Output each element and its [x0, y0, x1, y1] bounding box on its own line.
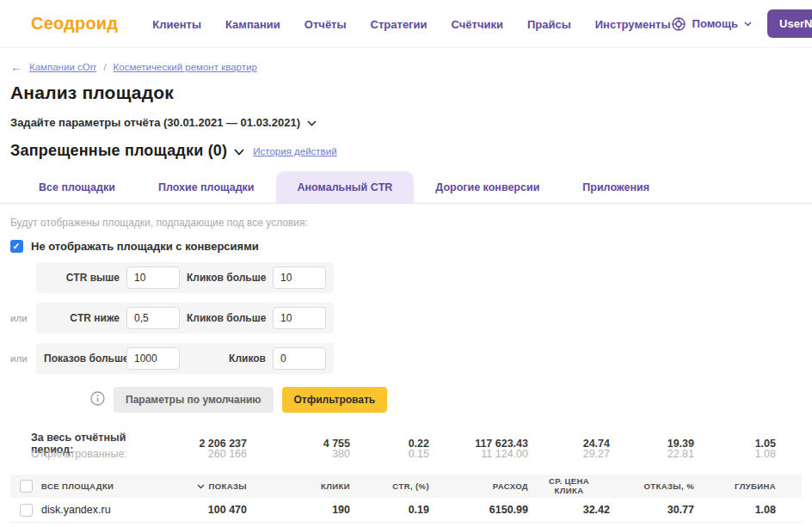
or-label: или: [10, 313, 36, 323]
nav-item-reports[interactable]: Отчёты: [304, 18, 347, 31]
impressions-above-label: Показов больше: [44, 352, 120, 365]
cell-bounces: 30.77: [610, 504, 694, 516]
breadcrumb: ← Кампании сОrr / Косметический ремонт к…: [10, 60, 802, 74]
lifebuoy-icon: [671, 16, 686, 32]
clicks-above-label: Кликов больше: [187, 272, 266, 284]
nav-item-clients[interactable]: Клиенты: [152, 18, 201, 31]
user-menu-button[interactable]: UserName: [767, 9, 812, 38]
nav-item-prices[interactable]: Прайсы: [527, 18, 571, 31]
top-navigation: Сеодроид Клиенты Кампании Отчёты Стратег…: [0, 0, 812, 48]
banned-sites-label: Запрещенные площадки (0): [10, 142, 227, 160]
or-label: или: [10, 353, 36, 364]
col-impressions-sort[interactable]: ПОКАЗЫ: [152, 481, 247, 491]
filter-button[interactable]: Отфильтровать: [282, 387, 388, 413]
clicks-label: Кликов: [187, 352, 266, 365]
ctr-above-input[interactable]: [126, 267, 180, 289]
filtered-ctr: 0.15: [350, 448, 429, 460]
hide-conversions-label: Не отображать площадки с конверсиями: [31, 240, 259, 253]
table-header: ВСЕ ПЛОЩАДКИ ПОКАЗЫ КЛИКИ CTR, (%) РАСХО…: [10, 475, 802, 498]
cell-impressions: 100 470: [152, 504, 247, 516]
sort-chevron-icon: [197, 484, 205, 489]
platform-domain[interactable]: disk.yandex.ru: [41, 504, 152, 516]
col-avg-cpc: СР. ЦЕНА КЛИКА: [528, 477, 610, 496]
tab-all-platforms[interactable]: Все площадки: [17, 171, 137, 203]
cell-depth: 1.08: [694, 504, 776, 516]
nav-item-tools[interactable]: Инструменты: [595, 18, 671, 31]
select-all-checkbox[interactable]: [20, 480, 33, 493]
filtered-impressions: 260 166: [152, 448, 247, 460]
ctr-below-label: CTR ниже: [44, 312, 120, 324]
filtered-cost: 11 124.00: [429, 448, 528, 460]
clicks-input[interactable]: [273, 347, 326, 370]
ctr-above-label: CTR выше: [44, 272, 120, 284]
cell-avg-cpc: 32.42: [528, 504, 610, 516]
filter-row-ctr-above: CTR выше Кликов больше: [36, 262, 334, 293]
clicks-above-input[interactable]: [273, 267, 326, 289]
filtered-depth: 1.08: [694, 448, 776, 460]
help-menu[interactable]: Помощь: [671, 16, 752, 32]
col-ctr: CTR, (%): [350, 481, 429, 491]
page-title: Анализ площадок: [10, 83, 802, 103]
app-logo[interactable]: Сеодроид: [31, 14, 118, 34]
filtered-clicks: 380: [247, 448, 350, 460]
row-checkbox[interactable]: [20, 504, 33, 517]
back-arrow-icon[interactable]: ←: [10, 60, 22, 74]
col-depth: ГЛУБИНА: [694, 481, 776, 491]
tab-applications[interactable]: Приложения: [561, 171, 671, 203]
ctr-below-input[interactable]: [126, 307, 180, 329]
breadcrumb-separator: /: [103, 62, 106, 72]
nav-item-campaigns[interactable]: Кампании: [225, 18, 280, 31]
clicks-above-input2[interactable]: [273, 307, 326, 329]
chevron-down-icon: [307, 116, 317, 129]
col-clicks: КЛИКИ: [247, 481, 350, 491]
table-row: my.mail.ru 68 662 22 0.03 403.53 18.34 8…: [10, 523, 802, 527]
filtered-bounces: 22.81: [610, 448, 694, 460]
nav-item-counters[interactable]: Счётчики: [452, 18, 503, 31]
hide-conversions-checkbox[interactable]: [10, 240, 23, 253]
breadcrumb-report-link[interactable]: Косметический ремонт квартир: [114, 62, 257, 72]
chevron-down-icon: [234, 142, 244, 160]
default-params-button[interactable]: Параметры по умолчанию: [114, 387, 274, 413]
info-icon[interactable]: [90, 391, 105, 409]
impressions-above-input[interactable]: [126, 347, 180, 370]
col-all-platforms: ВСЕ ПЛОЩАДКИ: [41, 481, 152, 491]
clicks-above-label: Кликов больше: [187, 312, 266, 324]
report-params-toggle[interactable]: Задайте параметры отчёта (30.01.2021 — 0…: [10, 116, 802, 129]
tab-anomalous-ctr[interactable]: Аномальный CTR: [276, 171, 415, 203]
cell-clicks: 190: [247, 504, 350, 516]
main-menu: Клиенты Кампании Отчёты Стратегии Счётчи…: [152, 16, 670, 32]
filter-row-impressions: Показов больше Кликов: [36, 343, 334, 374]
filtered-avg-cpc: 29.27: [528, 448, 610, 460]
nav-item-strategies[interactable]: Стратегии: [371, 18, 428, 31]
banned-sites-toggle[interactable]: Запрещенные площадки (0): [10, 142, 244, 160]
filter-row-ctr-below: CTR ниже Кликов больше: [36, 303, 334, 334]
cell-ctr: 0.19: [350, 504, 429, 516]
summary-filtered-label: Отфильтрованные:: [10, 448, 152, 460]
username-label: UserName: [779, 17, 812, 30]
col-cost: РАСХОД: [429, 481, 528, 491]
table-row: disk.yandex.ru 100 470 190 0.19 6150.99 …: [10, 498, 802, 523]
cell-cost: 6150.99: [429, 504, 528, 516]
tab-bad-platforms[interactable]: Плохие площадки: [137, 171, 276, 203]
help-label: Помощь: [692, 17, 738, 30]
report-params-label: Задайте параметры отчёта (30.01.2021 — 0…: [10, 116, 300, 129]
col-bounces: ОТКАЗЫ, %: [610, 481, 694, 491]
summary-total-row: За весь отчётный период: 2 206 237 4 755…: [10, 432, 802, 446]
platform-tabs: Все площадки Плохие площадки Аномальный …: [0, 171, 812, 204]
summary-filtered-row: Отфильтрованные: 260 166 380 0.15 11 124…: [10, 446, 802, 461]
action-history-link[interactable]: История действий: [253, 146, 336, 156]
summary-block: За весь отчётный период: 2 206 237 4 755…: [10, 432, 802, 461]
chevron-down-icon: [744, 21, 752, 27]
breadcrumb-campaign-link[interactable]: Кампании сОrr: [29, 62, 96, 72]
col-impressions-label: ПОКАЗЫ: [208, 481, 247, 491]
filter-hint: Будут отображены площадки, подпадающие п…: [10, 217, 802, 229]
tab-expensive-conversions[interactable]: Дорогие конверсии: [414, 171, 561, 203]
